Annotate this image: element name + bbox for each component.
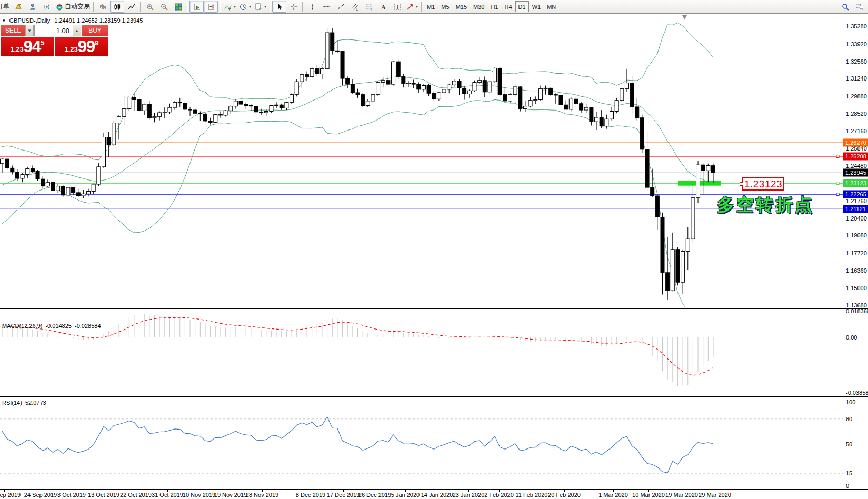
triangle-up-icon: ▲ [75, 28, 79, 33]
volume-input[interactable] [34, 25, 72, 36]
cross-icon [290, 3, 298, 11]
price-axis[interactable]: 1.352801.339201.325601.312401.298801.285… [843, 14, 868, 489]
chat-button[interactable] [852, 1, 866, 13]
volume-increase-button[interactable]: ▲ [73, 25, 81, 36]
svg-text:F: F [371, 7, 373, 11]
date-label: 29 Mar 2020 [699, 492, 731, 498]
macd-main-value: -0.014825 [45, 323, 72, 329]
ingot-icon [14, 3, 23, 11]
hline-handle[interactable] [836, 193, 839, 196]
autotrading-button[interactable]: 自动交易 [54, 1, 92, 13]
toolbar-separator [93, 2, 94, 12]
macd-scale-zero: 0.00 [846, 334, 857, 341]
svg-text:T: T [396, 4, 399, 10]
macd-signal-value: -0.028584 [75, 323, 101, 329]
profile-button[interactable] [25, 1, 39, 13]
fibonacci-button[interactable]: F [362, 1, 376, 13]
new-order-button[interactable]: 订单 [0, 1, 11, 13]
svg-text:E: E [356, 7, 358, 11]
chart-shift-marker[interactable] [682, 15, 687, 19]
hline-handle[interactable] [836, 182, 839, 185]
timeframe-mn-button[interactable]: MN [544, 1, 559, 12]
timeframe-m1-button[interactable]: M1 [424, 1, 438, 12]
sell-price-pip: 5 [41, 39, 44, 47]
date-label: 28 Nov 2019 [246, 492, 278, 498]
cursor-button[interactable] [272, 1, 286, 13]
buy-button[interactable]: BUY [82, 25, 108, 36]
trend-line-button[interactable] [333, 1, 347, 13]
tline-icon [336, 3, 345, 11]
sell-price-main: 94 [24, 38, 41, 55]
sell-price-display[interactable]: 1.23 94 5 [1, 37, 54, 56]
hline-icon [322, 3, 331, 11]
rsi-pane-splitter[interactable] [0, 396, 868, 398]
price-tick-1.32560: 1.32560 [846, 58, 867, 65]
price-tick-1.20400: 1.20400 [846, 215, 867, 222]
chart-window[interactable]: ▾ GBPUSD-,Daily 1.24491 1.24652 1.23159 … [0, 14, 868, 499]
date-label: 3 Oct 2019 [57, 492, 86, 498]
equidistant-channel-button[interactable]: E [347, 1, 362, 13]
hline-handle[interactable] [836, 155, 839, 158]
gold-ingot-button[interactable] [11, 1, 25, 13]
text-label-button[interactable]: T [390, 1, 404, 13]
search-icon [841, 3, 850, 11]
turning-point-annotation[interactable]: 多空转折点 [717, 193, 814, 217]
arrows-button[interactable]: ▾ [404, 1, 420, 13]
timeframe-h1-button[interactable]: H1 [487, 1, 501, 12]
macd-scale-max: 0.018369 [846, 308, 868, 314]
timeframe-h4-button[interactable]: H4 [502, 1, 515, 12]
date-label: 10 Mar 2020 [632, 492, 665, 498]
timeframe-m5-button[interactable]: M5 [438, 1, 452, 12]
horizontal-line-button[interactable] [319, 1, 333, 13]
zoom-out-button[interactable] [157, 1, 171, 13]
macd-scale-min: -0.038585 [846, 390, 868, 396]
timeframe-m15-button[interactable]: M15 [453, 1, 470, 12]
macd-pane-splitter[interactable] [0, 307, 868, 309]
timeframe-m30-button[interactable]: M30 [470, 1, 487, 12]
sell-button[interactable]: SELL [1, 25, 25, 36]
price-tag-1.23123[interactable]: 1.23123 [742, 177, 784, 191]
labelT-icon: T [393, 3, 402, 11]
date-label: 22 Oct 2019 [120, 492, 152, 498]
price-tick-1.24480: 1.24480 [846, 163, 867, 169]
crosshair-button[interactable] [286, 1, 301, 13]
buy-price-pip: 9 [95, 39, 98, 47]
triangle-down-icon: ▼ [27, 28, 32, 33]
date-axis[interactable]: 15 Sep 201924 Sep 20193 Oct 201913 Oct 2… [0, 489, 868, 499]
indicators-list-button[interactable]: ▾ [222, 1, 237, 13]
price-tick-1.16360: 1.16360 [846, 267, 867, 274]
macd-pane-canvas[interactable] [0, 308, 843, 396]
timeframe-w1-button[interactable]: W1 [529, 1, 544, 12]
templates-button[interactable]: ▾ [253, 1, 268, 13]
zoom-in-button[interactable] [143, 1, 157, 13]
vertical-line-button[interactable] [305, 1, 319, 13]
text-button[interactable]: A [376, 1, 390, 13]
tile-windows-button[interactable] [171, 1, 185, 13]
date-label: 14 Jan 2020 [421, 492, 453, 498]
macd-name: MACD(12,26,9) [2, 323, 42, 329]
main-chart-canvas[interactable] [0, 14, 843, 307]
signal-icon [43, 3, 51, 11]
price-tick-1.29880: 1.29880 [846, 93, 867, 99]
buy-price-display[interactable]: 1.23 99 9 [55, 37, 108, 56]
periods-button[interactable]: ▾ [237, 1, 253, 13]
line-chart-button[interactable] [124, 1, 138, 13]
price-tick-1.28520: 1.28520 [846, 111, 867, 117]
candlestick-chart-button[interactable] [110, 1, 124, 13]
price-marker-1.22265: 1.22265 [843, 191, 868, 198]
signals-button[interactable] [39, 1, 54, 13]
bollinger-lower-band [2, 99, 713, 307]
auto-scroll-button[interactable] [189, 1, 204, 13]
search-button[interactable] [838, 1, 852, 13]
rsi-line [2, 417, 713, 473]
tiles-icon [174, 3, 183, 11]
volume-decrease-button[interactable]: ▼ [25, 25, 34, 36]
timeframe-d1-button[interactable]: D1 [515, 1, 529, 12]
channel-icon: E [351, 3, 359, 11]
chart-shift-button[interactable] [204, 1, 218, 13]
vline-icon [308, 3, 316, 11]
bar-chart-button[interactable] [96, 1, 110, 13]
date-label: 20 Feb 2020 [548, 492, 581, 498]
clock-icon [239, 3, 247, 11]
rsi-pane-canvas[interactable] [0, 397, 843, 489]
